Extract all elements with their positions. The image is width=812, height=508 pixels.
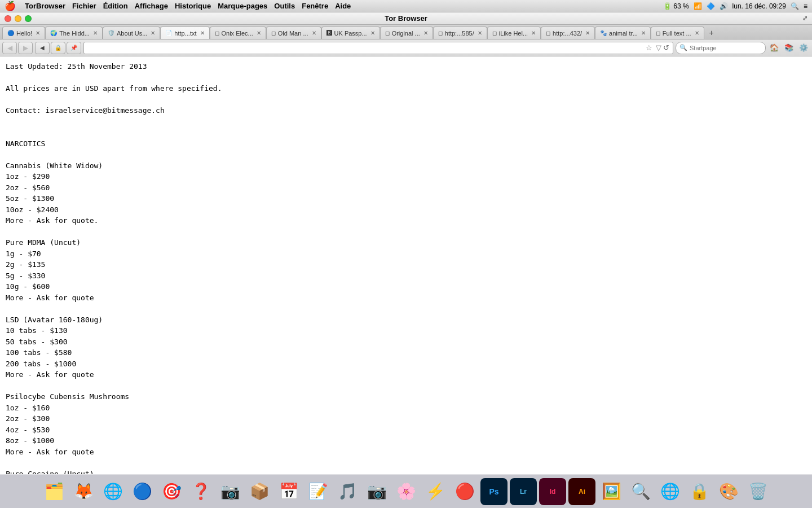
search-engine-icon: 🔍: [679, 44, 687, 51]
dock-app6[interactable]: 📷: [217, 478, 244, 505]
tab-fulltext[interactable]: ◻ Full text ... ✕: [651, 27, 704, 39]
security-btn[interactable]: 🔒: [51, 42, 65, 54]
tab-original[interactable]: ◻ Original ... ✕: [380, 27, 433, 39]
dock-app7[interactable]: 📦: [246, 478, 273, 505]
tabbar: 🔵 Hello! ✕ 🌍 The Hidd... ✕ 🛡️ About Us..…: [0, 25, 812, 40]
dock-app22[interactable]: 🌐: [656, 478, 683, 505]
tab-close-original[interactable]: ✕: [423, 30, 428, 36]
bookmark-star[interactable]: 📌: [67, 42, 81, 54]
tab-icon-http585: ◻: [438, 30, 443, 36]
tab-close-animal[interactable]: ✕: [641, 30, 646, 36]
menubar-right: 🔋 63 % 📶 🔷 🔊 lun. 16 déc. 09:29 🔍 ≡: [663, 2, 807, 10]
tab-label-onix: Onix Elec...: [222, 30, 253, 37]
tab-close-http[interactable]: ✕: [200, 30, 205, 36]
tab-about[interactable]: 🛡️ About Us... ✕: [103, 27, 160, 39]
tab-animal[interactable]: 🐾 animal tr... ✕: [595, 27, 651, 39]
dock-finder[interactable]: 🗂️: [41, 478, 68, 505]
browser-content[interactable]: Last Updated: 25th November 2013 All pri…: [0, 56, 812, 474]
dock-app20[interactable]: 🖼️: [598, 478, 625, 505]
dock-app23[interactable]: 🔒: [686, 478, 713, 505]
dock-app3[interactable]: 🔵: [129, 478, 156, 505]
new-tab-button[interactable]: +: [705, 27, 718, 39]
toolbar: ◀ ▶ ◀ 🔒 📌 ☆ ▽ ↺ 🔍 🔍 🏠 📚 ⚙️: [0, 40, 812, 56]
tab-icon-ukpassp: 🅱: [326, 30, 332, 36]
dock-app1[interactable]: 🦊: [70, 478, 97, 505]
search-input[interactable]: [690, 45, 767, 51]
address-bar[interactable]: ☆ ▽ ↺: [83, 42, 673, 54]
tab-close-ukpassp[interactable]: ✕: [370, 30, 375, 36]
dock-illustrator[interactable]: Ai: [568, 478, 595, 505]
maximize-button[interactable]: [25, 15, 32, 22]
page-text: Last Updated: 25th November 2013 All pri…: [6, 61, 806, 474]
dock-app10[interactable]: 🎵: [334, 478, 361, 505]
tab-close-http432[interactable]: ✕: [585, 30, 590, 36]
tab-http585[interactable]: ◻ http:...585/ ✕: [433, 27, 487, 39]
star-icon2[interactable]: ▽: [654, 43, 663, 52]
dock-app24[interactable]: 🎨: [715, 478, 742, 505]
minimize-button[interactable]: [15, 15, 21, 22]
dock-app13[interactable]: ⚡: [422, 478, 449, 505]
dock-app14[interactable]: 🔴: [451, 478, 478, 505]
tab-label-original: Original ...: [392, 30, 420, 37]
tab-hidden[interactable]: 🌍 The Hidd... ✕: [45, 27, 103, 39]
dock-app4[interactable]: 🎯: [158, 478, 185, 505]
list-icon[interactable]: ≡: [804, 2, 807, 10]
bookmark-button[interactable]: 📚: [783, 42, 795, 54]
volume-indicator: 🔊: [720, 2, 728, 10]
star-icon[interactable]: ☆: [644, 43, 654, 52]
tab-label-fulltext: Full text ...: [663, 30, 691, 37]
reload-button[interactable]: ↺: [663, 43, 669, 52]
search-bar[interactable]: 🔍 🔍: [676, 42, 766, 54]
tab-onix[interactable]: ◻ Onix Elec... ✕: [210, 27, 266, 39]
home-button[interactable]: 🏠: [768, 42, 780, 54]
close-button[interactable]: [5, 15, 11, 22]
dock-app11[interactable]: 📷: [363, 478, 390, 505]
tab-oldman[interactable]: ◻ Old Man ... ✕: [266, 27, 321, 39]
tab-label-about: About Us...: [117, 30, 147, 37]
spotlight-icon[interactable]: 🔍: [791, 2, 799, 10]
menu-historique[interactable]: Historique: [175, 2, 211, 10]
expand-icon[interactable]: ⤢: [802, 15, 807, 22]
dock-photoshop[interactable]: Ps: [480, 478, 508, 505]
menu-outils[interactable]: Outils: [274, 2, 295, 10]
tab-close-hidden[interactable]: ✕: [93, 30, 98, 36]
menu-fichier[interactable]: Fichier: [72, 2, 96, 10]
menu-fenetre[interactable]: Fenêtre: [302, 2, 328, 10]
settings-button[interactable]: ⚙️: [797, 42, 810, 54]
tab-close-onix[interactable]: ✕: [257, 30, 261, 36]
address-input[interactable]: [87, 45, 644, 51]
tab-ilike[interactable]: ◻ iLike Hel... ✕: [487, 27, 541, 39]
tab-http432[interactable]: ◻ http:...432/ ✕: [541, 27, 595, 39]
dock-app12[interactable]: 🌸: [392, 478, 420, 505]
tab-close-about[interactable]: ✕: [151, 30, 155, 36]
dock-app9[interactable]: 📝: [304, 478, 332, 505]
menu-marque-pages[interactable]: Marque-pages: [218, 2, 267, 10]
menu-items: Fichier Édition Affichage Historique Mar…: [72, 2, 351, 10]
tab-close-http585[interactable]: ✕: [478, 30, 482, 36]
tab-close-oldman[interactable]: ✕: [312, 30, 316, 36]
dock-app8[interactable]: 📅: [275, 478, 302, 505]
tab-hello[interactable]: 🔵 Hello! ✕: [2, 27, 45, 39]
dock-trash[interactable]: 🗑️: [744, 478, 771, 505]
dock-lightroom[interactable]: Lr: [510, 478, 537, 505]
tab-http-txt[interactable]: 📄 http...txt ✕: [160, 27, 209, 39]
battery-indicator: 🔋 63 %: [663, 2, 689, 10]
tab-icon-ilike: ◻: [492, 30, 497, 36]
tab-close-ilike[interactable]: ✕: [531, 30, 536, 36]
dock-indesign[interactable]: Id: [539, 478, 566, 505]
app-name[interactable]: TorBrowser: [25, 2, 65, 10]
menu-aide[interactable]: Aide: [335, 2, 351, 10]
dock-app5[interactable]: ❓: [187, 478, 214, 505]
tab-ukpassp[interactable]: 🅱 UK Passp... ✕: [321, 27, 380, 39]
dock-app21[interactable]: 🔍: [627, 478, 654, 505]
tab-close-fulltext[interactable]: ✕: [695, 30, 699, 36]
tab-close-hello[interactable]: ✕: [36, 30, 40, 36]
apple-menu[interactable]: 🍎: [5, 1, 16, 11]
wifi-indicator: 📶: [694, 2, 702, 10]
menu-affichage[interactable]: Affichage: [135, 2, 168, 10]
dock-app2[interactable]: 🌐: [99, 478, 126, 505]
menu-edition[interactable]: Édition: [103, 2, 128, 10]
forward-button[interactable]: ▶: [18, 42, 33, 54]
back-button[interactable]: ◀: [2, 42, 17, 54]
history-back[interactable]: ◀: [35, 42, 50, 54]
